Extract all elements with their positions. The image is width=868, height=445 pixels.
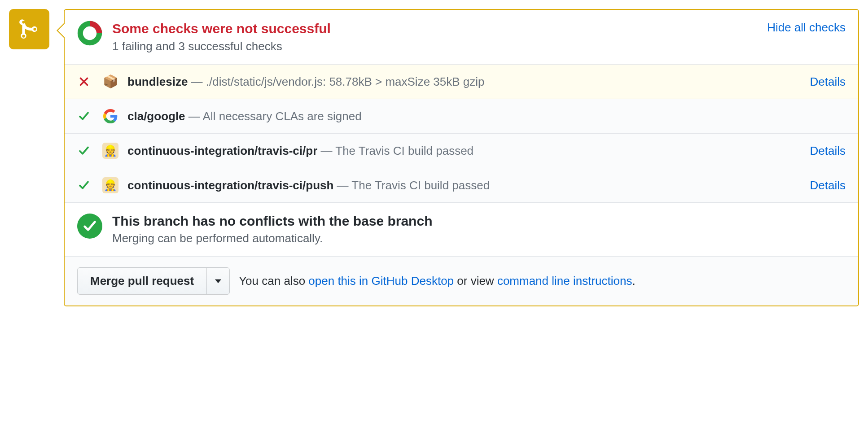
check-row-travis-push: 👷 continuous-integration/travis-ci/push …	[65, 168, 858, 203]
check-row-cla-google: cla/google — All necessary CLAs are sign…	[65, 99, 858, 134]
check-icon	[77, 180, 91, 191]
check-description: The Travis CI build passed	[335, 144, 473, 157]
check-icon	[77, 145, 91, 156]
checks-summary-section: Some checks were not successful 1 failin…	[65, 10, 858, 65]
git-merge-icon	[18, 18, 40, 40]
command-line-instructions-link[interactable]: command line instructions	[497, 274, 632, 288]
merge-hint-text: You can also open this in GitHub Desktop…	[239, 274, 636, 288]
check-description: All necessary CLAs are signed	[203, 109, 362, 123]
check-row-bundlesize: 📦 bundlesize — ./dist/static/js/vendor.j…	[65, 65, 858, 99]
checks-list: 📦 bundlesize — ./dist/static/js/vendor.j…	[65, 65, 858, 203]
merge-status-subtitle: Merging can be performed automatically.	[112, 231, 432, 245]
merge-timeline-badge	[9, 9, 49, 49]
package-icon: 📦	[102, 74, 118, 90]
check-details-link[interactable]: Details	[810, 75, 846, 89]
travis-icon: 👷	[102, 143, 118, 159]
travis-icon: 👷	[102, 177, 118, 193]
check-row-travis-pr: 👷 continuous-integration/travis-ci/pr — …	[65, 134, 858, 168]
merge-options-dropdown-button[interactable]	[207, 267, 230, 295]
status-donut-icon	[77, 21, 102, 46]
merge-conflict-status: This branch has no conflicts with the ba…	[65, 203, 858, 257]
merge-status-title: This branch has no conflicts with the ba…	[112, 214, 432, 229]
open-desktop-link[interactable]: open this in GitHub Desktop	[308, 274, 454, 288]
check-description: The Travis CI build passed	[351, 179, 490, 192]
check-name: continuous-integration/travis-ci/pr	[127, 144, 317, 157]
check-name: bundlesize	[127, 75, 188, 88]
merge-status-card: Some checks were not successful 1 failin…	[64, 9, 859, 306]
caret-down-icon	[215, 279, 221, 284]
check-description: ./dist/static/js/vendor.js: 58.78kB > ma…	[206, 75, 485, 88]
checks-summary-subtitle: 1 failing and 3 successful checks	[112, 39, 767, 53]
merge-pull-request-button[interactable]: Merge pull request	[77, 267, 207, 295]
toggle-checks-link[interactable]: Hide all checks	[767, 21, 846, 35]
google-icon	[102, 108, 118, 124]
check-details-link[interactable]: Details	[810, 144, 846, 158]
svg-point-1	[80, 24, 99, 43]
check-icon	[77, 111, 91, 122]
x-icon	[77, 76, 91, 87]
merge-actions-section: Merge pull request You can also open thi…	[65, 257, 858, 305]
success-check-icon	[77, 214, 102, 239]
check-name: continuous-integration/travis-ci/push	[127, 179, 333, 192]
check-name: cla/google	[127, 109, 185, 123]
checks-summary-title: Some checks were not successful	[112, 21, 767, 37]
check-details-link[interactable]: Details	[810, 179, 846, 192]
